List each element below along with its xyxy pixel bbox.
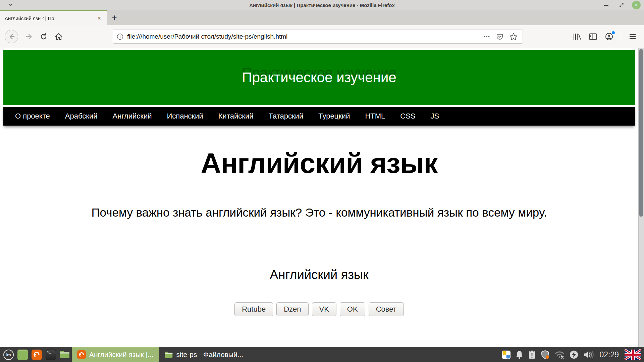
nav-item-js[interactable]: JS: [431, 112, 439, 121]
library-icon[interactable]: [573, 33, 581, 41]
nav-item-about[interactable]: О проекте: [15, 112, 50, 121]
mint-menu-icon[interactable]: lm: [1, 347, 15, 362]
volume-icon[interactable]: [583, 350, 594, 359]
link-buttons-row: Rutube Dzen VK OK Совет: [0, 302, 638, 316]
page-actions-icon[interactable]: ⋯: [483, 33, 490, 41]
toolbar-divider: [621, 32, 621, 41]
task-label: site-ps - Файловый...: [176, 351, 244, 359]
tab-close-icon[interactable]: ✕: [95, 15, 103, 21]
home-button[interactable]: [54, 33, 63, 41]
workspaces-icon[interactable]: [502, 350, 511, 359]
notification-dot: [612, 31, 615, 34]
account-icon[interactable]: [605, 32, 613, 41]
nav-item-arabic[interactable]: Арабский: [65, 112, 98, 121]
page-content: Практическое изучение О проекте Арабский…: [0, 50, 638, 316]
window-titlebar: Английский язык | Практическое изучение …: [0, 0, 644, 10]
pocket-icon[interactable]: [496, 33, 504, 41]
page-title: Английский язык: [0, 147, 638, 180]
close-button[interactable]: ✕: [632, 1, 641, 9]
tab-title: Английский язык | Пр: [5, 15, 95, 21]
tab-english-page[interactable]: Английский язык | Пр ✕: [0, 10, 107, 25]
site-banner-title: Практическое изучение: [242, 70, 396, 86]
nav-item-html[interactable]: HTML: [365, 112, 385, 121]
bookmark-star-icon[interactable]: [509, 32, 518, 41]
sidebars-icon[interactable]: [589, 33, 597, 41]
task-file-manager-window[interactable]: site-ps - Файловый...: [159, 347, 249, 362]
new-tab-button[interactable]: +: [107, 10, 122, 25]
clock[interactable]: 02:29: [599, 350, 619, 359]
power-icon[interactable]: [569, 350, 579, 359]
updates-clipboard-icon[interactable]: [528, 350, 536, 359]
reload-button[interactable]: [40, 33, 48, 41]
button-sovet[interactable]: Совет: [369, 302, 404, 316]
scrollbar-thumb[interactable]: [639, 49, 643, 217]
wifi-offline-icon[interactable]: [554, 350, 565, 359]
maximize-restore-button[interactable]: [616, 1, 627, 9]
nav-item-tatar[interactable]: Татарский: [268, 112, 303, 121]
taskbar: lm $_ Английский язык |... site-ps - Фай…: [0, 347, 644, 362]
uk-flag-icon[interactable]: [625, 349, 641, 360]
window-controls: ✕: [601, 0, 641, 10]
task-firefox-window[interactable]: Английский язык |...: [72, 347, 159, 362]
system-tray: 02:29: [502, 349, 641, 360]
nav-item-chinese[interactable]: Китайский: [218, 112, 254, 121]
nav-item-spanish[interactable]: Испанский: [167, 112, 203, 121]
forward-button[interactable]: [25, 33, 33, 40]
folder-icon: [164, 351, 173, 358]
lead-paragraph: Почему важно знать английский язык? Это …: [0, 206, 638, 219]
button-ok[interactable]: OK: [340, 302, 365, 316]
browser-toolbar: file:///home/user/Рабочий стол/study/sit…: [0, 25, 644, 48]
firefox-icon: [77, 350, 86, 359]
minimize-button[interactable]: [601, 1, 611, 9]
nav-item-css[interactable]: CSS: [400, 112, 415, 121]
desktop-screen: Английский язык | Практическое изучение …: [0, 0, 644, 362]
site-nav: О проекте Арабский Английский Испанский …: [3, 107, 635, 126]
window-title: Английский язык | Практическое изучение …: [0, 2, 644, 8]
security-shield-icon[interactable]: [540, 350, 550, 359]
site-info-icon[interactable]: [116, 33, 124, 40]
button-rutube[interactable]: Rutube: [234, 302, 273, 316]
url-bar[interactable]: file:///home/user/Рабочий стол/study/sit…: [113, 30, 523, 44]
restore-icon: [619, 2, 624, 8]
task-label: Английский язык |...: [89, 351, 154, 359]
nav-item-english[interactable]: Английский: [112, 112, 152, 121]
toolbar-right-icons: [573, 32, 639, 41]
show-desktop-icon[interactable]: [15, 347, 30, 362]
button-dzen[interactable]: Dzen: [276, 302, 308, 316]
button-vk[interactable]: VK: [312, 302, 336, 316]
subheading: Английский язык: [0, 268, 638, 282]
url-input[interactable]: file:///home/user/Рабочий стол/study/sit…: [127, 33, 483, 40]
notifications-bell-icon[interactable]: [515, 350, 524, 359]
page-scrollbar[interactable]: [638, 48, 644, 347]
nav-item-turkish[interactable]: Турецкий: [318, 112, 350, 121]
tab-strip: Английский язык | Пр ✕ +: [0, 10, 644, 25]
menu-hamburger-icon[interactable]: [629, 33, 637, 40]
page-viewport: Практическое изучение О проекте Арабский…: [0, 48, 644, 347]
url-actions: ⋯: [483, 32, 519, 41]
firefox-launcher-icon[interactable]: [30, 347, 44, 362]
site-banner: Практическое изучение: [3, 50, 635, 105]
files-icon[interactable]: [58, 347, 72, 362]
back-button[interactable]: [5, 30, 18, 43]
minimize-icon: [604, 5, 608, 6]
terminal-icon[interactable]: $_: [44, 347, 58, 362]
